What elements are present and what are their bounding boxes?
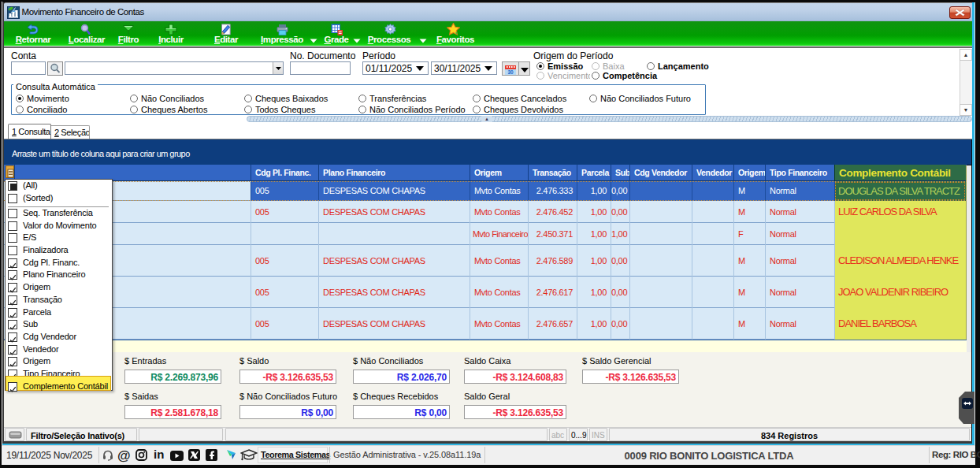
svg-text:30: 30 xyxy=(507,69,514,75)
